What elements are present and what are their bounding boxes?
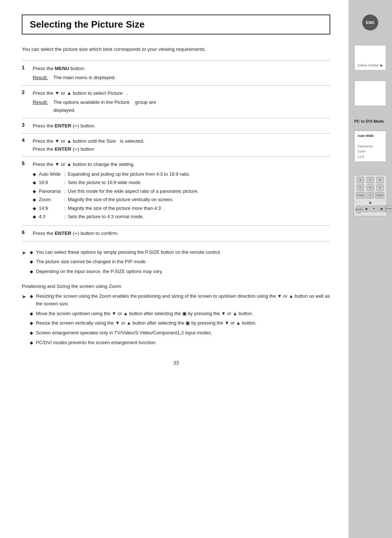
positioning-text-2: Move the screen up/down using the ▼ or ▲…	[36, 310, 253, 318]
arrow-up-icon: ▲	[368, 200, 372, 205]
step-1-result-text: The main menu is displayed.	[53, 74, 330, 82]
remote-btn-6[interactable]: 6	[376, 177, 384, 183]
remote-btn-mute[interactable]: MUTE	[355, 205, 362, 213]
remote-nav-row: ◀ ⊕ ▶	[362, 205, 385, 212]
diamond-icon: ◆	[33, 188, 36, 195]
bullet-panorama: ◆ Panorama : Use this mode for the wide …	[33, 188, 330, 195]
positioning-label: Positioning and Sizing the screen using …	[22, 284, 330, 289]
intro-text: You can select the picture size which be…	[22, 45, 330, 53]
positioning-bullet-4: ◆ Screen enlargement operates only in TV…	[30, 329, 330, 337]
remote-btn-0[interactable]: 0	[367, 192, 374, 199]
diamond-icon: ◆	[33, 171, 36, 178]
diamond-icon: ◆	[30, 249, 33, 256]
positioning-bullet-5: ◆ PC/DVI modes prevents the screen enlar…	[30, 339, 330, 347]
bullet-term-zoom: Zoom	[39, 196, 64, 203]
positioning-text-4: Screen enlargement operates only in TV/V…	[36, 329, 212, 337]
note-text-2: The picture size cannot be changed in th…	[36, 258, 147, 266]
step-2-row: 2 Press the ▼ or ▲ button to select Pict…	[22, 85, 330, 118]
menu-option-panorama: Panorama	[358, 144, 383, 149]
bullet-desc-zoom: Magnify the size of the picture vertical…	[68, 196, 173, 203]
bullet-zoom: ◆ Zoom : Magnify the size of the picture…	[33, 196, 330, 203]
sidebar-screen-2	[354, 81, 386, 106]
step-5-number: 5	[22, 157, 33, 226]
step-5-bullet-list: ◆ Auto Wide : Expanding and pulling up t…	[33, 171, 330, 220]
colour-control-arrow-icon: ▶	[380, 64, 383, 67]
title-box: Selecting the Picture Size	[22, 15, 330, 34]
menu-option-149: 14:9	[358, 154, 383, 159]
sidebar-screen-1: Colour Control ▶	[354, 45, 386, 70]
bullet-auto-wide: ◆ Auto Wide : Expanding and pulling up t…	[33, 171, 330, 178]
sidebar-screen-3: Auto Wide Panorama Zoom 14:9	[354, 131, 386, 162]
positioning-note-block: ➤ ◆ Resizing the screen using the Zoom e…	[22, 293, 330, 349]
remote-btn-7[interactable]: 7	[357, 184, 364, 191]
step-5-content: Press the ▼ or ▲ button to change the se…	[33, 157, 330, 226]
note-text-3: Depending on the input source, the P.SIZ…	[36, 268, 163, 276]
remote-btn-sleep[interactable]: SLEEP	[375, 192, 384, 199]
step-1-number: 1	[22, 61, 33, 85]
step-1-result-label: Result:	[33, 74, 49, 82]
step-4-row: 4 Press the ▼ or ▲ button until the Size…	[22, 134, 330, 157]
step-1-content: Press the MENU button. Result: The main …	[33, 61, 330, 85]
diamond-icon: ◆	[30, 258, 33, 266]
remote-control-panel: 4 5 6 7 8 9 P.SIZE 0 SLEEP ▲ MUTE	[354, 175, 387, 216]
diamond-icon: ◆	[30, 330, 33, 337]
remote-row-3: P.SIZE 0 SLEEP	[355, 192, 385, 199]
positioning-text-1: Resizing the screen using the Zoom enabl…	[36, 293, 330, 308]
step-5-row: 5 Press the ▼ or ▲ button to change the …	[22, 157, 330, 226]
bullet-term-43: 4:3	[39, 213, 64, 220]
remote-btn-5[interactable]: 5	[367, 177, 374, 183]
step-2-content: Press the ▼ or ▲ button to select Pictur…	[33, 85, 330, 118]
note-bullets: ◆ You can select these options by simply…	[30, 249, 330, 278]
remote-btn-source[interactable]: SOURCE	[385, 205, 392, 212]
positioning-bullet-2: ◆ Move the screen up/down using the ▼ or…	[30, 310, 330, 318]
bullet-desc-panorama: Use this mode for the wide aspect ratio …	[68, 188, 199, 195]
step-3-row: 3 Press the ENTER (↵) button.	[22, 118, 330, 134]
menu-option-auto-wide: Auto Wide	[358, 133, 383, 138]
diamond-icon: ◆	[30, 339, 33, 347]
bullet-43: ◆ 4:3 : Sets the picture to 4:3 normal m…	[33, 213, 330, 220]
diamond-icon: ◆	[33, 205, 36, 212]
remote-btn-8[interactable]: 8	[367, 184, 374, 191]
notes-section: ➤ ◆ You can select these options by simp…	[22, 249, 330, 278]
diamond-icon: ◆	[33, 179, 36, 186]
positioning-text-5: PC/DVI modes prevents the screen enlarge…	[36, 339, 156, 347]
remote-btn-psize[interactable]: P.SIZE	[356, 192, 366, 199]
menu-option-zoom: Zoom	[358, 149, 383, 154]
bullet-desc-149: Magnify the size of the picture more tha…	[68, 205, 164, 212]
sidebar: ENG Colour Control ▶ PC to DVI Mode Auto…	[348, 0, 392, 538]
step-1-row: 1 Press the MENU button. Result: The mai…	[22, 61, 330, 85]
diamond-icon: ◆	[30, 310, 33, 318]
bullet-desc-auto-wide: Expanding and pulling up the picture fro…	[68, 171, 191, 178]
remote-btn-ok[interactable]: ⊕	[370, 205, 377, 212]
positioning-text-3: Resize the screen vertically using the ▼…	[36, 319, 257, 327]
positioning-bullets: ◆ Resizing the screen using the Zoom ena…	[30, 293, 330, 349]
positioning-bullet-3: ◆ Resize the screen vertically using the…	[30, 319, 330, 327]
diamond-icon: ◆	[33, 213, 36, 220]
remote-row-5: MUTE ◀ ⊕ ▶ SOURCE	[355, 205, 385, 213]
eng-label: ENG	[366, 20, 375, 25]
positioning-bullet-1: ◆ Resizing the screen using the Zoom ena…	[30, 293, 330, 308]
step-2-number: 2	[22, 85, 33, 118]
diamond-icon: ◆	[33, 196, 36, 203]
diamond-icon: ◆	[30, 320, 33, 327]
bullet-desc-43: Sets the picture to 4:3 normal mode.	[68, 213, 144, 220]
step-4-number: 4	[22, 134, 33, 157]
bullet-169: ◆ 16:9 : Sets the picture to 16:9 wide m…	[33, 179, 330, 186]
step-4-content: Press the ▼ or ▲ button until the Size i…	[33, 134, 330, 157]
bullet-desc-169: Sets the picture to 16:9 wide mode.	[68, 179, 142, 186]
positioning-section: Positioning and Sizing the screen using …	[22, 284, 330, 349]
note-bullet-1: ◆ You can select these options by simply…	[30, 249, 330, 256]
remote-btn-left[interactable]: ◀	[362, 205, 369, 212]
remote-btn-4[interactable]: 4	[357, 177, 364, 183]
eng-badge: ENG	[362, 15, 378, 30]
remote-btn-9[interactable]: 9	[376, 184, 384, 191]
remote-row-1: 4 5 6	[355, 177, 385, 183]
remote-row-4: ▲	[355, 200, 385, 205]
arrow-right-icon: ➤	[22, 249, 26, 278]
note-bullet-2: ◆ The picture size cannot be changed in …	[30, 258, 330, 266]
arrow-right-icon-2: ➤	[22, 293, 26, 349]
note-block-1: ➤ ◆ You can select these options by simp…	[22, 249, 330, 278]
remote-btn-right[interactable]: ▶	[378, 205, 385, 212]
remote-nav-cluster: ◀ ⊕ ▶	[362, 205, 385, 213]
bullet-term-auto-wide: Auto Wide	[39, 171, 64, 178]
